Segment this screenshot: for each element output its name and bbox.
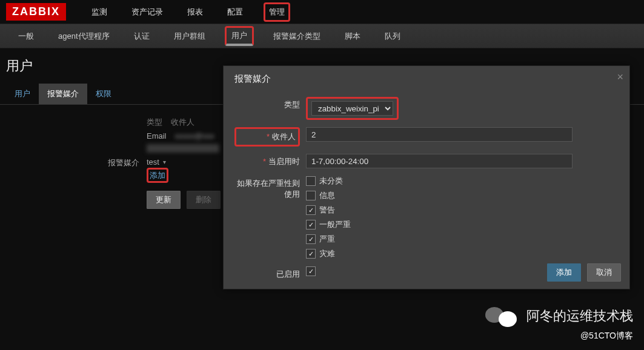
type-select[interactable]: zabbix_weixin_pic bbox=[311, 101, 393, 116]
severity-item: 一般严重 bbox=[306, 219, 351, 230]
tab-user[interactable]: 用户 bbox=[6, 84, 39, 104]
row-hidden bbox=[147, 144, 219, 153]
chevron-down-icon[interactable]: ▾ bbox=[163, 159, 166, 165]
delete-button[interactable]: 删除 bbox=[187, 191, 221, 209]
severity-label-text: 一般严重 bbox=[319, 219, 351, 230]
recipient-input[interactable] bbox=[306, 127, 573, 142]
subnav-proxies[interactable]: agent代理程序 bbox=[53, 28, 115, 44]
tab-media[interactable]: 报警媒介 bbox=[39, 84, 87, 104]
subnav-users[interactable]: 用户 bbox=[225, 26, 254, 46]
tab-permissions[interactable]: 权限 bbox=[87, 84, 120, 104]
subnav-queue[interactable]: 队列 bbox=[380, 28, 405, 44]
subnav-general[interactable]: 一般 bbox=[13, 28, 39, 44]
update-button[interactable]: 更新 bbox=[147, 191, 181, 209]
row-test-type: test bbox=[147, 157, 159, 167]
media-label: 报警媒介 bbox=[103, 157, 139, 168]
subnav-scripts[interactable]: 脚本 bbox=[340, 28, 365, 44]
severity-label-text: 警告 bbox=[319, 205, 335, 216]
recipient-label: 收件人 bbox=[272, 132, 296, 141]
severity-checkbox[interactable] bbox=[306, 205, 316, 215]
modal-cancel-button[interactable]: 取消 bbox=[587, 263, 621, 282]
close-icon[interactable]: × bbox=[617, 71, 623, 84]
subnav-authentication[interactable]: 认证 bbox=[129, 28, 154, 44]
col-type: 类型 bbox=[147, 117, 162, 128]
media-modal: 报警媒介 × 类型 zabbix_weixin_pic *收件人 *当启用时 如… bbox=[223, 65, 630, 289]
wechat-icon bbox=[485, 305, 518, 327]
severity-item: 灾难 bbox=[306, 248, 351, 259]
severity-label-text: 信息 bbox=[319, 190, 335, 201]
type-label: 类型 bbox=[234, 97, 300, 110]
credit-text: @51CTO博客 bbox=[485, 331, 633, 342]
nav-reports[interactable]: 报表 bbox=[184, 4, 207, 20]
logo: ZABBIX bbox=[6, 3, 66, 21]
severity-item: 信息 bbox=[306, 190, 351, 201]
severity-checkbox[interactable] bbox=[306, 220, 316, 229]
severity-checkbox[interactable] bbox=[306, 191, 316, 200]
severity-item: 严重 bbox=[306, 234, 351, 245]
modal-add-button[interactable]: 添加 bbox=[547, 263, 581, 282]
nav-configuration[interactable]: 配置 bbox=[224, 4, 247, 20]
enabled-label: 已启用 bbox=[234, 266, 300, 280]
severity-checkbox[interactable] bbox=[306, 176, 316, 186]
row-email-recipient: xxxxx@xxx bbox=[175, 131, 214, 140]
when-active-label: 当启用时 bbox=[268, 157, 300, 166]
severity-label: 如果存在严重性则使用 bbox=[234, 176, 300, 200]
severity-item: 警告 bbox=[306, 205, 351, 216]
severity-item: 未分类 bbox=[306, 176, 351, 187]
severity-label-text: 灾难 bbox=[319, 248, 335, 259]
enabled-checkbox[interactable] bbox=[306, 266, 316, 276]
when-active-input[interactable] bbox=[306, 154, 573, 168]
severity-checkbox[interactable] bbox=[306, 234, 316, 244]
brand-text: 阿冬的运维技术栈 bbox=[526, 307, 633, 325]
add-link[interactable]: 添加 bbox=[147, 168, 168, 183]
col-recipient: 收件人 bbox=[171, 117, 194, 128]
nav-monitoring[interactable]: 监测 bbox=[88, 4, 111, 20]
footer-brand: 阿冬的运维技术栈 @51CTO博客 bbox=[485, 305, 633, 342]
row-email-type: Email bbox=[147, 131, 167, 140]
sub-nav: 一般 agent代理程序 认证 用户群组 用户 报警媒介类型 脚本 队列 bbox=[0, 24, 644, 48]
top-nav: ZABBIX 监测 资产记录 报表 配置 管理 bbox=[0, 0, 644, 24]
severity-checkbox[interactable] bbox=[306, 249, 316, 259]
nav-administration[interactable]: 管理 bbox=[264, 2, 290, 22]
subnav-user-groups[interactable]: 用户群组 bbox=[169, 28, 210, 44]
severity-list: 未分类信息警告一般严重严重灾难 bbox=[306, 176, 351, 259]
severity-label-text: 严重 bbox=[319, 234, 335, 245]
modal-title: 报警媒介 bbox=[234, 73, 619, 85]
severity-label-text: 未分类 bbox=[319, 176, 343, 187]
subnav-media-types[interactable]: 报警媒介类型 bbox=[268, 28, 325, 44]
nav-inventory[interactable]: 资产记录 bbox=[128, 4, 167, 20]
